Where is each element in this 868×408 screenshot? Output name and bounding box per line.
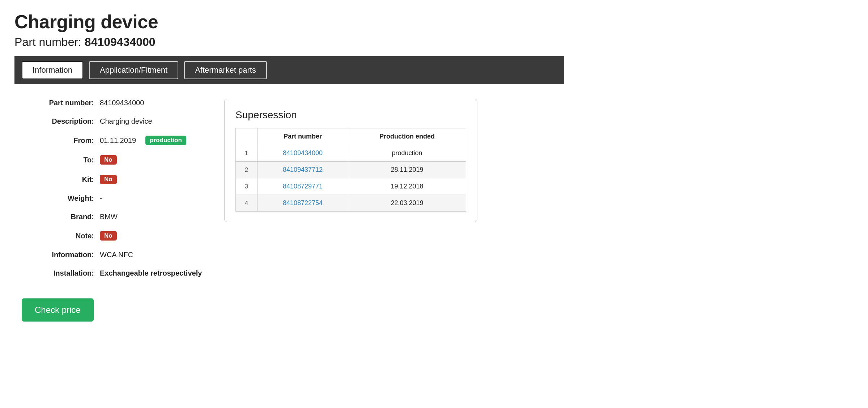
content-area: Part number: 84109434000 Description: Ch… [14,99,564,322]
tab-application-fitment[interactable]: Application/Fitment [89,61,178,79]
supersession-panel: Supersession Part number Production ende… [224,99,477,222]
value-part-number: 84109434000 [100,99,144,107]
supersession-table: Part number Production ended 18410943400… [235,128,466,212]
cell-production-ended: production [348,145,466,162]
col-header-part-number: Part number [258,128,348,145]
label-kit: Kit: [22,175,94,184]
badge-no-kit: No [100,175,117,184]
label-from: From: [22,136,94,145]
value-from: 01.11.2019 [100,136,136,145]
check-price-button[interactable]: Check price [22,298,94,322]
label-information: Information: [22,251,94,259]
table-row: 28410943771228.11.2019 [236,162,466,178]
info-row-information: Information: WCA NFC [22,251,203,259]
info-row-kit: Kit: No [22,175,203,184]
table-row: 38410872977119.12.2018 [236,178,466,195]
tab-aftermarket-parts[interactable]: Aftermarket parts [184,61,267,79]
cell-production-ended: 28.11.2019 [348,162,466,178]
info-row-description: Description: Charging device [22,117,203,126]
value-description: Charging device [100,117,152,126]
cell-row-num: 4 [236,195,258,212]
cell-row-num: 1 [236,145,258,162]
badge-no-note: No [100,231,117,241]
tab-bar: Information Application/Fitment Aftermar… [14,56,564,84]
cell-row-num: 3 [236,178,258,195]
cell-part-number[interactable]: 84108729771 [258,178,348,195]
part-number-heading: Part number: 84109434000 [14,35,564,49]
label-brand: Brand: [22,213,94,221]
value-installation: Exchangeable retrospectively [100,269,202,277]
part-number-label: Part number: [14,35,81,48]
badge-no-to: No [100,155,117,165]
cell-row-num: 2 [236,162,258,178]
supersession-title: Supersession [235,109,466,121]
label-note: Note: [22,232,94,240]
info-row-to: To: No [22,155,203,165]
tab-information[interactable]: Information [22,61,83,79]
page-title: Charging device [14,11,564,33]
label-part-number: Part number: [22,99,94,107]
cell-production-ended: 22.03.2019 [348,195,466,212]
info-row-brand: Brand: BMW [22,213,203,221]
table-row: 48410872275422.03.2019 [236,195,466,212]
cell-part-number[interactable]: 84109434000 [258,145,348,162]
value-information: WCA NFC [100,251,133,259]
info-table: Part number: 84109434000 Description: Ch… [22,99,203,322]
cell-part-number[interactable]: 84109437712 [258,162,348,178]
col-header-production-ended: Production ended [348,128,466,145]
info-row-weight: Weight: - [22,194,203,203]
info-row-from: From: 01.11.2019 production [22,136,203,145]
cell-production-ended: 19.12.2018 [348,178,466,195]
label-to: To: [22,156,94,164]
label-weight: Weight: [22,194,94,203]
part-number-value: 84109434000 [85,35,156,48]
table-row: 184109434000production [236,145,466,162]
page-wrapper: Charging device Part number: 84109434000… [0,0,579,343]
value-weight: - [100,194,102,203]
badge-production: production [145,136,186,145]
cell-part-number[interactable]: 84108722754 [258,195,348,212]
label-installation: Installation: [22,269,94,277]
info-row-note: Note: No [22,231,203,241]
col-header-num [236,128,258,145]
info-row-installation: Installation: Exchangeable retrospective… [22,269,203,277]
info-row-part-number: Part number: 84109434000 [22,99,203,107]
value-brand: BMW [100,213,118,221]
label-description: Description: [22,117,94,126]
